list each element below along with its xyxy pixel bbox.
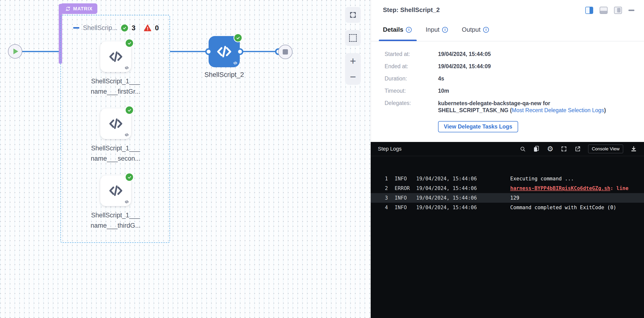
pipeline-execution-view: MATRIX ShellScrip... 3 0 — [0, 0, 644, 318]
code-icon — [216, 43, 233, 60]
log-lines[interactable]: 1 INFO 19/04/2024, 15:44:06 Executing co… — [371, 156, 644, 212]
tab-bar-border — [371, 41, 644, 41]
panel-layout-controls — [585, 7, 634, 14]
step-logs-title: Step Logs — [378, 146, 402, 152]
step-logs-header: Step Logs — [371, 142, 644, 156]
bottom-view-button[interactable] — [600, 7, 608, 14]
matrix-node-3[interactable] — [100, 175, 131, 206]
detail-row-delegates: Delegates: kubernetes-delegate-backstage… — [384, 100, 634, 114]
open-logs-new-tab-button[interactable] — [574, 146, 581, 152]
step-logs-console: Step Logs — [371, 142, 644, 318]
floating-view-button[interactable] — [614, 7, 622, 14]
error-script-link[interactable]: harness-BYPP4bBIRqisKCo6dteGZg.sh — [510, 186, 610, 191]
detail-row-ended: Ended at: 19/04/2024, 15:44:09 — [384, 63, 634, 70]
shell-script-badge-icon — [233, 61, 238, 65]
expand-logs-button[interactable] — [561, 146, 567, 152]
info-icon[interactable] — [483, 27, 489, 33]
fullscreen-icon — [349, 11, 356, 19]
canvas-zoom-control: + − — [345, 53, 361, 85]
shell-script-badge-icon — [124, 132, 129, 137]
step-tabs: Details Input Output — [383, 26, 489, 33]
download-logs-button[interactable] — [630, 146, 637, 152]
matrix-node-1-label: ShellScript_1___ name___firstGr... — [76, 76, 155, 97]
log-line-1[interactable]: 1 INFO 19/04/2024, 15:44:06 Executing co… — [371, 174, 644, 184]
log-line-3[interactable]: 3 INFO 19/04/2024, 15:44:06 129 — [371, 193, 644, 203]
matrix-group-title: ShellScrip... — [83, 24, 118, 32]
minimize-panel-button[interactable] — [628, 10, 634, 11]
tab-details[interactable]: Details — [383, 26, 412, 33]
view-delegate-tasks-logs-button[interactable]: View Delegate Tasks Logs — [438, 121, 518, 132]
play-icon — [14, 49, 18, 54]
external-link-icon — [574, 146, 581, 152]
shellscript-2-node[interactable] — [208, 36, 240, 67]
marquee-selection-icon — [349, 34, 357, 42]
shell-script-badge-icon — [124, 200, 129, 204]
download-icon — [630, 146, 637, 152]
code-icon — [108, 183, 124, 199]
matrix-node-2[interactable] — [100, 108, 131, 139]
detail-row-timeout: Timeout: 10m — [384, 88, 634, 94]
connector-dot[interactable] — [237, 48, 243, 55]
tab-input[interactable]: Input — [426, 26, 448, 33]
zoom-out-button[interactable]: − — [345, 69, 361, 85]
zoom-in-button[interactable]: + — [345, 53, 361, 69]
connector-dot[interactable] — [205, 48, 212, 55]
matrix-tag-label: MATRIX — [73, 6, 92, 12]
delegate-selection-logs-link[interactable]: Most Recent Delegate Selection Logs — [512, 107, 604, 113]
collapse-group-button[interactable] — [73, 27, 79, 29]
split-view-button[interactable] — [585, 7, 593, 14]
log-line-4[interactable]: 4 INFO 19/04/2024, 15:44:06 Command comp… — [371, 203, 644, 212]
gear-icon — [547, 145, 553, 152]
shellscript-2-label: ShellScript_2 — [184, 71, 264, 79]
edge-step-to-end — [240, 51, 278, 52]
edge-matrix-to-step — [170, 51, 208, 52]
copy-logs-button[interactable] — [533, 145, 540, 152]
pipeline-canvas[interactable]: MATRIX ShellScrip... 3 0 — [0, 0, 371, 318]
copy-icon — [533, 145, 540, 152]
detail-row-duration: Duration: 4s — [384, 75, 634, 82]
code-icon — [108, 49, 124, 65]
success-badge-icon — [121, 25, 128, 32]
canvas-select-button[interactable] — [345, 30, 361, 46]
info-icon[interactable] — [406, 27, 412, 33]
log-toolbar: Console View — [520, 144, 637, 153]
delegates-value: kubernetes-delegate-backstage-qa-new for… — [438, 100, 606, 114]
matrix-node-1[interactable] — [100, 41, 131, 72]
failed-count: 0 — [155, 24, 159, 32]
pipeline-start-node[interactable] — [8, 44, 22, 59]
search-logs-button[interactable] — [520, 146, 526, 152]
node-success-icon — [125, 39, 134, 48]
matrix-node-3-label: ShellScript_1___ name___thirdG... — [76, 210, 155, 231]
console-view-button[interactable]: Console View — [588, 144, 623, 153]
log-settings-button[interactable] — [547, 145, 553, 152]
warning-triangle-icon — [144, 25, 151, 31]
node-success-icon — [234, 33, 242, 42]
tab-output[interactable]: Output — [462, 26, 489, 33]
detail-row-started: Started at: 19/04/2024, 15:44:05 — [384, 51, 634, 57]
log-line-2[interactable]: 2 ERROR 19/04/2024, 15:44:06 harness-BYP… — [371, 184, 644, 193]
edge-start-to-matrix — [22, 51, 61, 52]
fullscreen-icon — [561, 146, 567, 152]
node-success-icon — [125, 106, 134, 115]
step-panel-title: Step: ShellScript_2 — [383, 6, 440, 14]
success-count: 3 — [132, 24, 136, 32]
info-icon[interactable] — [442, 27, 448, 33]
code-icon — [108, 116, 124, 132]
canvas-fullscreen-button[interactable] — [345, 7, 361, 23]
loop-icon — [65, 6, 71, 12]
stop-icon — [283, 49, 288, 55]
step-details-content: Started at: 19/04/2024, 15:44:05 Ended a… — [384, 51, 634, 132]
matrix-node-2-label: ShellScript_1___ name___secon... — [76, 143, 155, 164]
matrix-group-header: ShellScrip... 3 0 — [73, 23, 159, 33]
matrix-group-tag[interactable]: MATRIX — [60, 3, 97, 14]
pipeline-end-node[interactable] — [278, 45, 292, 59]
node-success-icon — [125, 173, 134, 182]
header-divider — [140, 24, 140, 32]
search-icon — [520, 146, 526, 152]
shell-script-badge-icon — [124, 66, 129, 70]
